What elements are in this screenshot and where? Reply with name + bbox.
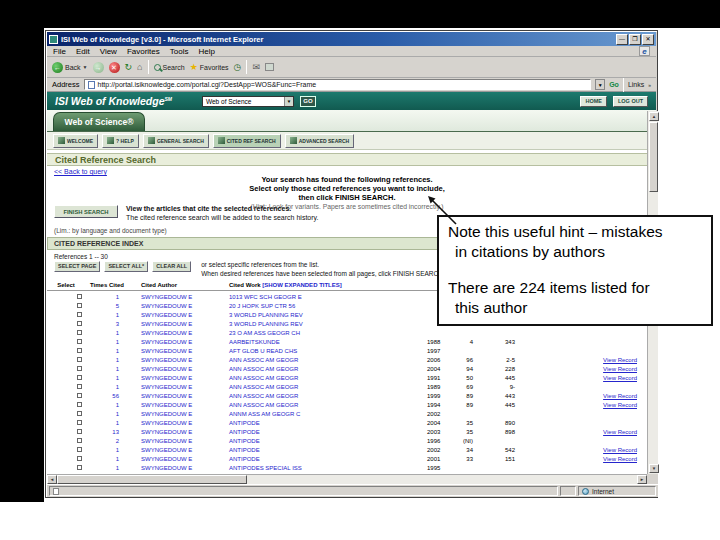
cited-work-link[interactable]: ANN ASSOC AM GEOGR (229, 393, 298, 399)
cited-work-link[interactable]: 3 WORLD PLANNING REV (229, 321, 303, 327)
cited-author-link[interactable]: SWYNGEDOUW E (141, 429, 192, 435)
menu-edit[interactable]: Edit (76, 47, 90, 56)
times-cited-link[interactable]: 1 (116, 384, 119, 390)
cited-work-link[interactable]: AARBEITSKUNDE (229, 339, 280, 345)
home-icon[interactable]: ⌂ (137, 62, 142, 72)
cited-work-link[interactable]: 23 O AM ASS GEOGR CH (229, 330, 300, 336)
select-page-button[interactable]: SELECT PAGE (54, 261, 100, 272)
mail-icon[interactable]: ✉ (252, 62, 260, 72)
times-cited-link[interactable]: 1 (116, 330, 119, 336)
times-cited-link[interactable]: 1 (116, 447, 119, 453)
row-checkbox[interactable] (77, 375, 82, 380)
times-cited-link[interactable]: 1 (116, 312, 119, 318)
times-cited-link[interactable]: 1 (116, 366, 119, 372)
view-record-link[interactable]: View Record (603, 429, 637, 435)
cited-work-link[interactable]: ANN ASSOC AM GEOGR (229, 366, 298, 372)
row-checkbox[interactable] (77, 294, 82, 299)
scroll-left-icon[interactable]: ◄ (47, 475, 57, 484)
row-checkbox[interactable] (77, 429, 82, 434)
cited-work-link[interactable]: ANTIPODE (229, 456, 260, 462)
finish-search-button[interactable]: FINISH SEARCH (54, 205, 118, 218)
row-checkbox[interactable] (77, 366, 82, 371)
row-checkbox[interactable] (77, 393, 82, 398)
cited-work-link[interactable]: 3 WORLD PLANNING REV (229, 312, 303, 318)
view-record-link[interactable]: View Record (603, 456, 637, 462)
cited-work-link[interactable]: ANN ASSOC AM GEOGR (229, 357, 298, 363)
row-checkbox[interactable] (77, 411, 82, 416)
times-cited-link[interactable]: 1 (116, 456, 119, 462)
row-checkbox[interactable] (77, 384, 82, 389)
view-record-link[interactable]: View Record (603, 402, 637, 408)
horizontal-scroll-thumb[interactable] (57, 475, 247, 484)
cited-work-link[interactable]: ANTIPODES SPECIAL ISS (229, 465, 302, 471)
menu-file[interactable]: File (53, 47, 66, 56)
forward-icon[interactable]: → (93, 62, 104, 73)
cited-work-link[interactable]: 1013 WFC SCH GEOGR E (229, 294, 302, 300)
cited-author-link[interactable]: SWYNGEDOUW E (141, 303, 192, 309)
cited-author-link[interactable]: SWYNGEDOUW E (141, 375, 192, 381)
times-cited-link[interactable]: 3 (116, 321, 119, 327)
row-checkbox[interactable] (77, 330, 82, 335)
cited-work-link[interactable]: ANN ASSOC AM GEOGR (229, 402, 298, 408)
cited-author-link[interactable]: SWYNGEDOUW E (141, 366, 192, 372)
nav-general-search[interactable]: GENERAL SEARCH (143, 134, 209, 148)
times-cited-link[interactable]: 13 (112, 429, 119, 435)
product-go-button[interactable]: GO (300, 96, 316, 107)
cited-work-link[interactable]: ANN ASSOC AM GEOGR (229, 384, 298, 390)
cited-author-link[interactable]: SWYNGEDOUW E (141, 384, 192, 390)
scroll-right-icon[interactable]: ► (637, 475, 647, 484)
maximize-icon[interactable]: ❐ (629, 34, 641, 45)
row-checkbox[interactable] (77, 321, 82, 326)
view-record-link[interactable]: View Record (603, 366, 637, 372)
row-checkbox[interactable] (77, 348, 82, 353)
cited-author-link[interactable]: SWYNGEDOUW E (141, 357, 192, 363)
cited-author-link[interactable]: SWYNGEDOUW E (141, 393, 192, 399)
row-checkbox[interactable] (77, 303, 82, 308)
menu-tools[interactable]: Tools (170, 47, 189, 56)
times-cited-link[interactable]: 1 (116, 375, 119, 381)
times-cited-link[interactable]: 1 (116, 402, 119, 408)
row-checkbox[interactable] (77, 465, 82, 470)
scroll-up-icon[interactable]: ▲ (649, 112, 659, 121)
cited-author-link[interactable]: SWYNGEDOUW E (141, 294, 192, 300)
horizontal-scrollbar[interactable]: ◄ ► (47, 474, 647, 484)
back-to-query-link[interactable]: << Back to query (54, 168, 107, 175)
show-expanded-titles-link[interactable]: [SHOW EXPANDED TITLES] (262, 282, 342, 288)
times-cited-link[interactable]: 56 (112, 393, 119, 399)
view-record-link[interactable]: View Record (603, 447, 637, 453)
cited-author-link[interactable]: SWYNGEDOUW E (141, 465, 192, 471)
scroll-down-icon[interactable]: ▼ (649, 464, 659, 473)
nav-cited-ref-search[interactable]: CITED REF SEARCH (213, 134, 281, 148)
view-record-link[interactable]: View Record (603, 393, 637, 399)
clear-all-button[interactable]: CLEAR ALL (152, 261, 191, 272)
times-cited-link[interactable]: 1 (116, 294, 119, 300)
cited-work-link[interactable]: ANTIPODE (229, 420, 260, 426)
print-icon[interactable] (265, 63, 274, 71)
cited-work-link[interactable]: ANTIPODE (229, 447, 260, 453)
cited-author-link[interactable]: SWYNGEDOUW E (141, 411, 192, 417)
back-dropdown-icon[interactable]: ▼ (83, 64, 88, 70)
times-cited-link[interactable]: 1 (116, 420, 119, 426)
nav-advanced-search[interactable]: ADVANCED SEARCH (285, 134, 354, 148)
refresh-icon[interactable]: ↻ (125, 62, 133, 72)
history-icon[interactable]: ◷ (234, 62, 242, 72)
select-all-button[interactable]: SELECT ALL* (104, 261, 148, 272)
tab-web-of-science[interactable]: Web of Science® (53, 112, 145, 131)
links-label[interactable]: Links (628, 81, 644, 88)
row-checkbox[interactable] (77, 312, 82, 317)
cited-work-link[interactable]: ANN ASSOC AM GEOGR (229, 375, 298, 381)
times-cited-link[interactable]: 1 (116, 339, 119, 345)
nav-welcome[interactable]: WELCOME (53, 134, 98, 148)
cited-author-link[interactable]: SWYNGEDOUW E (141, 402, 192, 408)
row-checkbox[interactable] (77, 402, 82, 407)
times-cited-link[interactable]: 1 (116, 348, 119, 354)
view-record-link[interactable]: View Record (603, 357, 637, 363)
times-cited-link[interactable]: 2 (116, 438, 119, 444)
cited-author-link[interactable]: SWYNGEDOUW E (141, 330, 192, 336)
row-checkbox[interactable] (77, 456, 82, 461)
window-titlebar[interactable]: ISI Web of Knowledge [v3.0] - Microsoft … (47, 32, 656, 46)
cited-work-link[interactable]: ANTIPODE (229, 429, 260, 435)
stop-icon[interactable]: ✕ (109, 62, 120, 73)
row-checkbox[interactable] (77, 339, 82, 344)
cited-author-link[interactable]: SWYNGEDOUW E (141, 321, 192, 327)
